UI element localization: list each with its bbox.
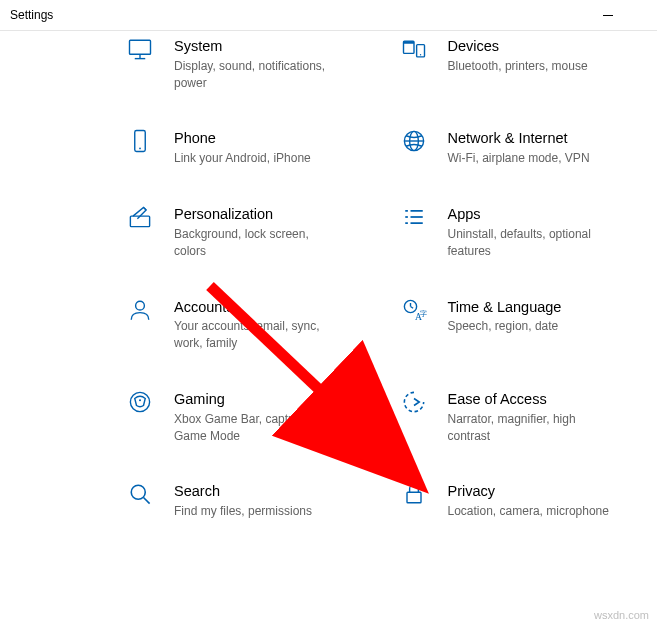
ease-of-access-icon [394, 388, 434, 416]
svg-point-27 [139, 399, 141, 401]
tile-title: Search [174, 482, 312, 501]
tile-apps[interactable]: Apps Uninstall, defaults, optional featu… [394, 205, 638, 259]
tile-subtitle: Xbox Game Bar, captures, Game Mode [174, 411, 344, 445]
tile-subtitle: Your accounts, email, sync, work, family [174, 318, 344, 352]
tile-subtitle: Background, lock screen, colors [174, 226, 344, 260]
tile-subtitle: Uninstall, defaults, optional features [448, 226, 618, 260]
tile-subtitle: Wi-Fi, airplane mode, VPN [448, 150, 590, 167]
svg-point-20 [136, 301, 145, 310]
tile-network[interactable]: Network & Internet Wi-Fi, airplane mode,… [394, 129, 638, 167]
svg-point-26 [130, 392, 149, 411]
system-icon [120, 35, 160, 63]
watermark: wsxdn.com [594, 609, 649, 621]
person-icon [120, 296, 160, 324]
svg-point-8 [139, 148, 141, 150]
tile-privacy[interactable]: Privacy Location, camera, microphone [394, 482, 638, 520]
window-titlebar: Settings [0, 0, 657, 31]
svg-rect-30 [407, 493, 421, 504]
tile-system[interactable]: System Display, sound, notifications, po… [120, 37, 364, 91]
tile-subtitle: Bluetooth, printers, mouse [448, 58, 588, 75]
svg-rect-0 [130, 40, 151, 54]
tile-subtitle: Location, camera, microphone [448, 503, 609, 520]
settings-grid: System Display, sound, notifications, po… [120, 37, 637, 520]
tile-accounts[interactable]: Accounts Your accounts, email, sync, wor… [120, 298, 364, 352]
svg-point-28 [131, 486, 145, 500]
tile-subtitle: Link your Android, iPhone [174, 150, 311, 167]
tile-title: Personalization [174, 205, 344, 224]
tile-subtitle: Find my files, permissions [174, 503, 312, 520]
tile-search[interactable]: Search Find my files, permissions [120, 482, 364, 520]
search-icon [120, 480, 160, 508]
svg-line-13 [144, 207, 147, 210]
tile-title: System [174, 37, 344, 56]
svg-text:字: 字 [420, 310, 427, 318]
tile-title: Time & Language [448, 298, 562, 317]
tile-subtitle: Display, sound, notifications, power [174, 58, 344, 92]
tile-personalization[interactable]: Personalization Background, lock screen,… [120, 205, 364, 259]
svg-line-29 [144, 498, 150, 504]
svg-line-23 [410, 306, 413, 308]
lock-icon [394, 480, 434, 508]
tile-subtitle: Narrator, magnifier, high contrast [448, 411, 618, 445]
tile-subtitle: Speech, region, date [448, 318, 562, 335]
globe-icon [394, 127, 434, 155]
window-minimize-button[interactable] [585, 0, 631, 30]
tile-time-language[interactable]: A 字 Time & Language Speech, region, date [394, 298, 638, 352]
time-language-icon: A 字 [394, 296, 434, 324]
paintbrush-icon [120, 203, 160, 231]
settings-home: System Display, sound, notifications, po… [0, 31, 657, 626]
tile-title: Accounts [174, 298, 344, 317]
tile-title: Gaming [174, 390, 344, 409]
tile-devices[interactable]: Devices Bluetooth, printers, mouse [394, 37, 638, 91]
gaming-icon [120, 388, 160, 416]
tile-title: Network & Internet [448, 129, 590, 148]
tile-title: Phone [174, 129, 311, 148]
devices-icon [394, 35, 434, 63]
svg-point-6 [419, 54, 420, 55]
tile-title: Apps [448, 205, 618, 224]
tile-title: Ease of Access [448, 390, 618, 409]
tile-gaming[interactable]: Gaming Xbox Game Bar, captures, Game Mod… [120, 390, 364, 444]
tile-title: Privacy [448, 482, 609, 501]
tile-ease-of-access[interactable]: Ease of Access Narrator, magnifier, high… [394, 390, 638, 444]
apps-list-icon [394, 203, 434, 231]
window-title: Settings [10, 8, 53, 22]
phone-icon [120, 127, 160, 155]
tile-title: Devices [448, 37, 588, 56]
svg-rect-4 [403, 41, 414, 44]
tile-phone[interactable]: Phone Link your Android, iPhone [120, 129, 364, 167]
svg-rect-12 [130, 216, 149, 227]
